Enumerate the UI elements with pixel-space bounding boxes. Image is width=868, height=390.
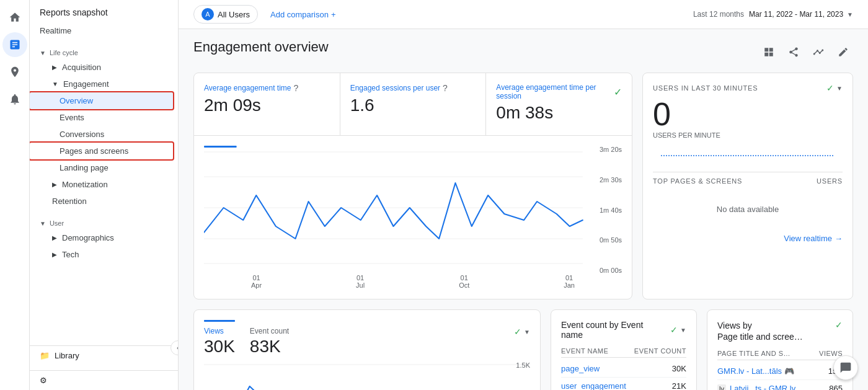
demographics-label: Demographics bbox=[62, 233, 114, 242]
y-label-4: 0m 50s bbox=[600, 236, 622, 244]
sidebar-item-tech[interactable]: ▶ Tech bbox=[30, 246, 173, 263]
views-metric: Views 30K bbox=[204, 327, 235, 357]
top-cards-row: Average engagement time ? 2m 09s Engaged… bbox=[193, 73, 853, 299]
lifecycle-chevron-icon: ▼ bbox=[40, 50, 46, 56]
analytics-nav-icon[interactable] bbox=[2, 32, 27, 57]
views-by-controls[interactable]: ✓ bbox=[835, 320, 843, 330]
events-label: Events bbox=[60, 113, 84, 122]
status-check-icon[interactable]: ✓ bbox=[614, 86, 622, 98]
lifecycle-section[interactable]: ▼ Life cycle bbox=[30, 44, 178, 59]
realtime-check-icon: ✓ bbox=[826, 83, 834, 93]
sidebar-item-events[interactable]: Events bbox=[30, 109, 173, 126]
sidebar-item-pages-screens[interactable]: Pages and screens bbox=[30, 143, 173, 159]
sidebar-item-overview[interactable]: Overview bbox=[30, 92, 173, 109]
topbar: A All Users Add comparison + Last 12 mon… bbox=[179, 0, 868, 29]
views-page-name-1[interactable]: lv Latvij...ts - GMR.lv bbox=[717, 384, 795, 390]
realtime-status[interactable]: ✓ ▼ bbox=[826, 83, 843, 93]
tech-label: Tech bbox=[62, 250, 79, 259]
event-table-header: EVENT NAME EVENT COUNT bbox=[561, 347, 686, 358]
reports-snapshot-header[interactable]: Reports snapshot bbox=[30, 0, 178, 22]
user-section[interactable]: ▼ User bbox=[30, 215, 178, 229]
monetization-label: Monetization bbox=[62, 180, 108, 189]
library-section[interactable]: 📁 Library bbox=[30, 345, 178, 365]
acquisition-label: Acquisition bbox=[62, 63, 101, 72]
top-pages-header: TOP PAGES & SCREENS USERS bbox=[653, 177, 843, 185]
views-count-1: 865 bbox=[829, 384, 843, 390]
realtime-title: USERS IN LAST 30 MINUTES bbox=[653, 84, 758, 92]
realtime-divider bbox=[653, 172, 843, 172]
add-comparison-button[interactable]: Add comparison + bbox=[265, 7, 341, 22]
event-count-label: Event count bbox=[250, 327, 289, 335]
views-check-icon: ✓ bbox=[514, 327, 521, 337]
event-row-1: user_engagement 21K bbox=[561, 378, 686, 390]
top-pages-title: TOP PAGES & SCREENS bbox=[653, 177, 742, 185]
sidebar-item-monetization[interactable]: ▶ Monetization bbox=[30, 176, 173, 193]
event-name-0[interactable]: page_view bbox=[561, 364, 600, 373]
views-card-controls[interactable]: ✓ ▼ bbox=[514, 327, 530, 337]
views-value: 30K bbox=[204, 337, 235, 357]
edit-icon[interactable] bbox=[833, 42, 853, 62]
chat-button[interactable] bbox=[833, 355, 858, 380]
realtime-dropdown-icon: ▼ bbox=[836, 85, 843, 92]
x-label-apr: 01Apr bbox=[251, 274, 262, 289]
event-col2-header: EVENT COUNT bbox=[634, 347, 686, 355]
trending-icon[interactable] bbox=[808, 42, 828, 62]
user-chevron-icon: ▼ bbox=[40, 220, 46, 227]
event-col1-header: EVENT NAME bbox=[561, 347, 608, 355]
engagement-metrics-card: Average engagement time ? 2m 09s Engaged… bbox=[193, 73, 632, 299]
avg-engagement-info-icon[interactable]: ? bbox=[294, 83, 299, 93]
event-count-0: 30K bbox=[672, 364, 686, 373]
event-dropdown-icon: ▼ bbox=[680, 327, 686, 334]
alerts-nav-icon[interactable] bbox=[2, 87, 27, 112]
event-count-controls[interactable]: ✓ ▼ bbox=[670, 325, 686, 335]
all-users-chip[interactable]: A All Users bbox=[193, 5, 258, 24]
all-users-label: All Users bbox=[218, 10, 250, 19]
views-card: Views 30K Event count 83K ✓ ▼ bbox=[193, 309, 541, 390]
monetization-chevron-icon: ▶ bbox=[52, 181, 57, 188]
date-range-prefix: Last 12 months bbox=[693, 10, 744, 19]
main-content: A All Users Add comparison + Last 12 mon… bbox=[179, 0, 868, 390]
avg-per-session-label: Average engagement time per session ✓ bbox=[496, 83, 622, 100]
settings-section[interactable]: ⚙ bbox=[30, 370, 178, 390]
share-icon[interactable] bbox=[784, 42, 804, 62]
views-page-name-0[interactable]: GMR.lv - Lat...tāls 🎮 bbox=[717, 366, 794, 376]
y-label-5: 0m 00s bbox=[600, 267, 622, 274]
settings-icon: ⚙ bbox=[40, 376, 47, 385]
engaged-sessions-value: 1.6 bbox=[350, 95, 476, 115]
tech-chevron-icon: ▶ bbox=[52, 251, 57, 258]
page-content: Engagement overview bbox=[179, 29, 868, 390]
engaged-sessions-label: Engaged sessions per user ? bbox=[350, 83, 476, 93]
bottom-cards-row: Views 30K Event count 83K ✓ ▼ bbox=[193, 309, 853, 390]
sidebar-item-engagement[interactable]: ▼ Engagement bbox=[30, 76, 173, 92]
metrics-header-row: Average engagement time ? 2m 09s Engaged… bbox=[194, 73, 632, 136]
collapse-icon: ‹ bbox=[177, 343, 179, 352]
realtime-card-header: USERS IN LAST 30 MINUTES ✓ ▼ bbox=[653, 83, 843, 93]
sidebar-item-retention[interactable]: Retention bbox=[30, 193, 173, 210]
views-dropdown-icon: ▼ bbox=[524, 329, 530, 335]
event-row-0: page_view 30K bbox=[561, 360, 686, 378]
page-title: Engagement overview bbox=[193, 39, 329, 55]
user-label: User bbox=[50, 219, 64, 227]
event-name-1[interactable]: user_engagement bbox=[561, 381, 626, 390]
views-line-chart bbox=[204, 361, 530, 390]
views-card-header: Views 30K Event count 83K ✓ ▼ bbox=[204, 327, 530, 357]
view-realtime-link[interactable]: View realtime → bbox=[653, 234, 843, 243]
views-label: Views bbox=[204, 327, 235, 335]
engaged-sessions-info-icon[interactable]: ? bbox=[443, 83, 448, 93]
event-count-card: Event count by Event name ✓ ▼ EVENT NAME… bbox=[551, 309, 697, 390]
sidebar-item-realtime[interactable]: Realtime bbox=[30, 22, 173, 39]
library-icon: 📁 bbox=[40, 351, 50, 360]
sidebar-item-acquisition[interactable]: ▶ Acquisition bbox=[30, 59, 173, 76]
avg-engagement-value: 2m 09s bbox=[204, 95, 330, 115]
svg-rect-5 bbox=[204, 146, 237, 148]
date-range-selector[interactable]: Mar 11, 2022 - Mar 11, 2023 ▼ bbox=[749, 10, 853, 19]
sidebar-item-demographics[interactable]: ▶ Demographics bbox=[30, 229, 173, 246]
icon-navigation bbox=[0, 0, 30, 390]
views-chart-area: 1.5K 1K bbox=[204, 361, 530, 390]
engagement-line-chart bbox=[204, 146, 622, 270]
sidebar-item-landing-page[interactable]: Landing page bbox=[30, 159, 173, 176]
explore-nav-icon[interactable] bbox=[2, 60, 27, 84]
home-nav-icon[interactable] bbox=[2, 5, 27, 30]
table-view-icon[interactable] bbox=[759, 42, 779, 62]
sidebar-item-conversions[interactable]: Conversions bbox=[30, 126, 173, 143]
